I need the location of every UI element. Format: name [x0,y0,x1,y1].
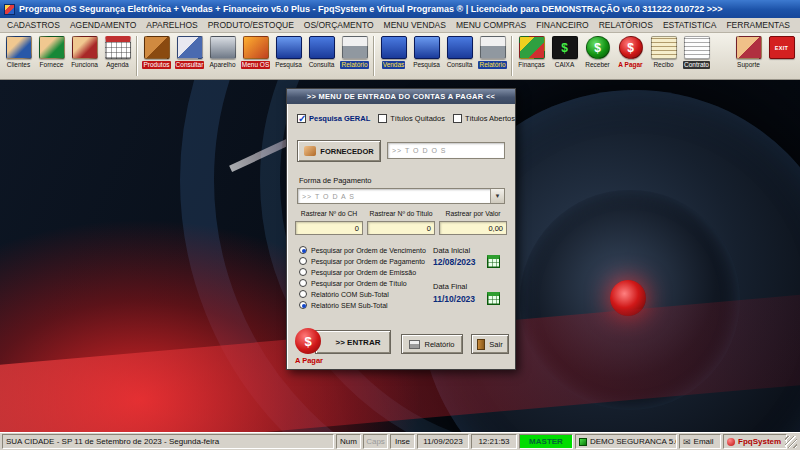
stock-lookup-icon [177,36,203,59]
toolbar-label: Agenda [105,61,129,69]
toolbar-label: Pesquisa [412,61,441,69]
toolbar-button-receber[interactable]: $ Receber [581,35,614,69]
toolbar-button-clientes[interactable]: Clientes [2,35,35,69]
rastrear-ch-field[interactable]: 0 [295,221,363,235]
support-headset-icon [736,36,762,59]
status-time: 12:21:53 [471,434,517,449]
toolbar-label: Suporte [736,61,761,69]
toolbar-label: CAIXA [554,61,576,69]
consult-monitor-icon [309,36,335,59]
toolbar-button-aparelho[interactable]: Aparelho [206,35,239,69]
status-user-badge: MASTER [519,434,573,449]
checkbox-label: Pesquisa GERAL [309,114,370,123]
rastrear-titulo-field[interactable]: 0 [367,221,435,235]
menu-cadastros[interactable]: CADASTROS [2,20,65,30]
toolbar-button-fornecedores[interactable]: Fornece [35,35,68,69]
forma-pagamento-select[interactable]: >> T O D A S ▼ [297,188,505,204]
toolbar-label: A Pagar [617,61,643,69]
toolbar-button-funcionarios[interactable]: Funciona [68,35,101,69]
toolbar: Clientes Fornece Funciona Agenda Produto… [0,33,800,80]
toolbar-button-menu-os[interactable]: Menu OS [239,35,272,69]
toolbar-button-consulta-vendas[interactable]: Consulta [443,35,476,69]
checkbox-row: Pesquisa GERAL Títulos Quitados Títulos … [297,114,515,123]
menu-aparelhos[interactable]: APARELHOS [141,20,202,30]
data-final-value[interactable]: 11/10/2023 [433,294,475,304]
radio-label: Pesquisar por Ordem de Emissão [311,269,416,276]
radio-relatorio-sem-subtotal[interactable]: Relatório SEM Sub-Total [299,301,388,309]
toolbar-button-relatorio-vendas[interactable]: Relatório [476,35,509,69]
dialog-body: Pesquisa GERAL Títulos Quitados Títulos … [287,104,515,370]
fornecedor-field[interactable]: >> T O D O S [387,142,505,159]
relatorio-button[interactable]: Relatório [401,334,463,354]
entrar-sublabel: A Pagar [287,356,331,365]
data-inicial-label: Data Inicial [433,246,470,255]
menu-financeiro[interactable]: FINANCEIRO [531,20,593,30]
menu-relatorios[interactable]: RELATÓRIOS [594,20,658,30]
radio-ordem-vencimento[interactable]: Pesquisar por Ordem de Vencimento [299,246,426,254]
radio-circle-icon [299,246,307,254]
products-boxes-icon [144,36,170,59]
radio-ordem-emissao[interactable]: Pesquisar por Ordem de Emissão [299,268,416,276]
toolbar-button-recibo[interactable]: Recibo [647,35,680,69]
menu-menu-compras[interactable]: MENU COMPRAS [451,20,531,30]
data-inicial-value[interactable]: 12/08/2023 [433,257,476,267]
menu-menu-vendas[interactable]: MENU VENDAS [379,20,451,30]
sair-button-label: Sair [489,340,502,349]
menu-ferramentas[interactable]: FERRAMENTAS [721,20,795,30]
fornecedor-button[interactable]: FORNECEDOR [297,140,381,162]
toolbar-button-caixa[interactable]: $ CAIXA [548,35,581,69]
relatorio-button-label: Relatório [424,340,454,349]
rastrear-valor-label: Rastrear por Valor [437,210,509,217]
status-date: 11/09/2023 [417,434,469,449]
toolbar-label: Consulta [446,61,474,69]
calendar-picker-icon[interactable] [487,292,500,305]
status-app-name: DEMO SEGURANCA 5.0 [575,434,677,449]
entrar-button[interactable]: >> ENTRAR [315,330,391,354]
toolbar-button-a-pagar[interactable]: $ A Pagar [614,35,647,69]
checkbox-label: Títulos Abertos [465,114,515,123]
toolbar-button-suporte[interactable]: Suporte [732,35,765,69]
clients-people-icon [6,36,32,59]
report-printer-icon [480,36,506,59]
menu-agendamento[interactable]: AGENDAMENTO [65,20,141,30]
app-icon [4,4,15,15]
rastrear-valor-field[interactable]: 0,00 [439,221,507,235]
radio-label: Relatório SEM Sub-Total [311,302,388,309]
toolbar-label: Consultar [175,61,205,69]
checkbox-pesquisa-geral[interactable]: Pesquisa GERAL [297,114,370,123]
toolbar-button-relatorio-os[interactable]: Relatório [338,35,371,69]
toolbar-separator [136,36,138,76]
resize-grip[interactable] [789,434,798,449]
pay-dollar-icon: $ [619,36,643,59]
window-title: Programa OS Segurança Eletrônica + Venda… [19,4,723,14]
toolbar-button-pesquisa-os[interactable]: Pesquisa [272,35,305,69]
toolbar-button-agenda[interactable]: Agenda [101,35,134,69]
checkbox-titulos-abertos[interactable]: Títulos Abertos [453,114,515,123]
toolbar-button-produtos[interactable]: Produtos [140,35,173,69]
toolbar-button-pesquisa-vendas[interactable]: Pesquisa [410,35,443,69]
sair-button[interactable]: Sair [471,334,509,354]
radio-ordem-titulo[interactable]: Pesquisar por Ordem de Título [299,279,407,287]
status-email[interactable]: ✉ Email [679,434,721,449]
forma-pagamento-label: Forma de Pagamento [299,176,372,185]
radio-ordem-pagamento[interactable]: Pesquisar por Ordem de Pagamento [299,257,425,265]
toolbar-button-vendas[interactable]: Vendas [377,35,410,69]
radio-relatorio-com-subtotal[interactable]: Relatório COM Sub-Total [299,290,389,298]
radio-circle-icon [299,257,307,265]
titlebar: Programa OS Segurança Eletrônica + Venda… [0,0,800,18]
menu-produto-estoque[interactable]: PRODUTO/ESTOQUE [203,20,299,30]
toolbar-button-consulta-os[interactable]: Consulta [305,35,338,69]
status-app-label: DEMO SEGURANCA 5.0 [590,437,677,446]
calendar-picker-icon[interactable] [487,255,500,268]
checkbox-titulos-quitados[interactable]: Títulos Quitados [378,114,445,123]
toolbar-button-contrato[interactable]: Contrato [680,35,713,69]
menu-os-orcamento[interactable]: OS/ORÇAMENTO [299,20,379,30]
toolbar-button-consultar-estoque[interactable]: Consultar [173,35,206,69]
menu-ajuda[interactable]: AJUDA [795,20,800,30]
menu-estatistica[interactable]: ESTATISTICA [658,20,722,30]
radio-circle-icon [299,290,307,298]
chevron-down-icon: ▼ [490,189,504,203]
toolbar-button-financas[interactable]: Finanças [515,35,548,69]
toolbar-label: Relatório [478,61,506,69]
toolbar-button-exit[interactable]: EXIT [765,35,798,59]
